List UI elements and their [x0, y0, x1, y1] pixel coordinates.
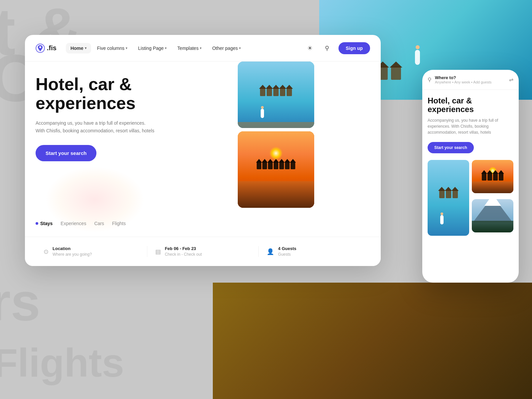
mobile-filter-icon[interactable]: ⇌: [509, 76, 513, 83]
mobile-hero-title: Hotel, car & experiences: [428, 96, 513, 114]
nav-actions: ☀ ⚲ Sign up: [304, 42, 370, 54]
active-tab-indicator: [36, 222, 38, 225]
mobile-search-icon: ⚲: [428, 76, 432, 83]
hero-images: [228, 62, 381, 221]
hero-image-top: [238, 62, 314, 128]
mobile-search-title: Where to?: [435, 75, 506, 80]
chevron-down-icon: ▾: [165, 46, 167, 50]
hero-title: Hotel, car & experiences: [36, 75, 175, 113]
search-icon: ⚲: [325, 45, 329, 52]
mobile-search-bar[interactable]: ⚲ Where to? Anywhere • Any week • Add gu…: [422, 70, 519, 90]
logo-text: .fis: [47, 44, 57, 52]
nav-item-listing-page[interactable]: Listing Page ▾: [133, 43, 171, 54]
mobile-image-sunset: [472, 160, 513, 193]
bg-image-bottom-right: [213, 283, 532, 399]
sign-up-button[interactable]: Sign up: [338, 42, 370, 54]
guests-label: 4 Guests: [278, 246, 296, 251]
tab-cars[interactable]: Cars: [94, 221, 104, 226]
hero-left: Hotel, car & experiences Accompanying us…: [36, 75, 182, 266]
guests-icon: 👤: [267, 248, 274, 255]
nav-item-templates[interactable]: Templates ▾: [173, 43, 206, 54]
navbar: .fis Home ▾ Five columns ▾ Listing Page …: [25, 35, 381, 62]
logo[interactable]: .fis: [36, 44, 57, 53]
svg-point-1: [39, 46, 41, 48]
logo-icon: [36, 44, 45, 53]
bg-decorative-text-4: Flights: [0, 340, 124, 386]
chevron-down-icon: ▾: [85, 46, 86, 50]
nav-links: Home ▾ Five columns ▾ Listing Page ▾ Tem…: [66, 43, 301, 54]
search-button[interactable]: ⚲: [321, 42, 333, 54]
mobile-search-subtitle: Anywhere • Any week • Add guests: [435, 80, 506, 84]
guests-sub: Guests: [278, 252, 291, 257]
nav-item-other-pages[interactable]: Other pages ▾: [207, 43, 245, 54]
mobile-hero-subtitle: Accompanying us, you have a trip full of…: [428, 117, 513, 135]
chevron-down-icon: ▾: [126, 46, 127, 50]
sun-icon: ☀: [307, 45, 313, 52]
tab-experiences[interactable]: Experiences: [61, 221, 86, 226]
category-tabs: Stays Experiences Cars Flights: [36, 221, 126, 226]
hero-section: Hotel, car & experiences Accompanying us…: [25, 62, 381, 266]
start-search-button[interactable]: Start your search: [36, 145, 96, 161]
hero-image-bottom: [238, 131, 314, 208]
mobile-content: Hotel, car & experiences Accompanying us…: [422, 90, 519, 283]
tab-flights[interactable]: Flights: [112, 221, 126, 226]
nav-item-home[interactable]: Home ▾: [66, 43, 91, 54]
mobile-image-ocean: [428, 160, 469, 236]
tab-stays[interactable]: Stays: [36, 221, 53, 226]
mobile-images-grid: [428, 160, 513, 236]
chevron-down-icon: ▾: [200, 46, 201, 50]
main-card: .fis Home ▾ Five columns ▾ Listing Page …: [25, 35, 381, 266]
bg-decorative-text-3: rs: [0, 271, 40, 332]
mobile-search-input: Where to? Anywhere • Any week • Add gues…: [435, 75, 506, 84]
mobile-image-mountain: [472, 199, 513, 232]
theme-toggle-button[interactable]: ☀: [304, 42, 316, 54]
mobile-preview-card: ⚲ Where to? Anywhere • Any week • Add gu…: [422, 70, 519, 283]
chevron-down-icon: ▾: [239, 46, 241, 50]
nav-item-five-columns[interactable]: Five columns ▾: [92, 43, 132, 54]
hero-subtitle: Accompanying us, you have a trip full of…: [36, 119, 155, 134]
guests-field[interactable]: 👤 4 Guests Guests: [259, 246, 370, 257]
mobile-start-search-button[interactable]: Start your search: [428, 142, 474, 153]
